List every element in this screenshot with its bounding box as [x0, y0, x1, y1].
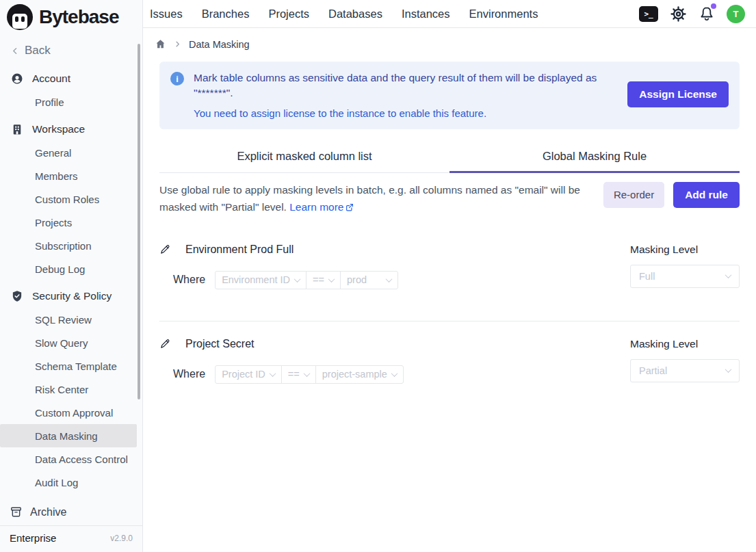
masking-level-select[interactable]: Partial — [630, 359, 740, 382]
chevron-down-icon — [269, 370, 276, 377]
masking-tabs: Explicit masked column list Global Maski… — [159, 143, 740, 173]
chevron-down-icon — [386, 276, 393, 282]
sidebar-item-general[interactable]: General — [0, 141, 142, 164]
topnav-actions: >_ T — [639, 5, 745, 23]
breadcrumb: Data Masking — [143, 28, 756, 57]
info-icon: i — [170, 72, 184, 86]
main-column: Issues Branches Projects Databases Insta… — [143, 0, 756, 552]
masking-rule-row: Environment Prod Full Where Environment … — [159, 230, 740, 321]
version-label: v2.9.0 — [110, 534, 133, 543]
sql-editor-terminal-icon[interactable]: >_ — [639, 6, 658, 22]
chevron-down-icon — [725, 272, 732, 278]
sidebar-nav: Account Profile Workspace General Member… — [0, 63, 142, 500]
masking-level-select[interactable]: Full — [630, 265, 740, 288]
sidebar-item-data-access-control[interactable]: Data Access Control — [0, 447, 142, 471]
top-navigation: Issues Branches Projects Databases Insta… — [143, 0, 756, 28]
assign-license-button[interactable]: Assign License — [627, 81, 729, 107]
banner-license-link[interactable]: You need to assign license to the instan… — [194, 107, 627, 119]
sidebar-item-audit-log[interactable]: Audit Log — [0, 471, 142, 494]
sidebar: Bytebase Back Account Profile Workspace — [0, 0, 143, 552]
nav-environments[interactable]: Environments — [469, 8, 538, 21]
sidebar-footer: Enterprise v2.9.0 — [0, 525, 142, 552]
sidebar-item-slow-query[interactable]: Slow Query — [0, 331, 142, 354]
rules-header: Use global rule to apply masking levels … — [159, 182, 740, 216]
brand-logo[interactable]: Bytebase — [0, 0, 142, 33]
nav-instances[interactable]: Instances — [402, 8, 450, 21]
section-label: Account — [32, 73, 70, 85]
rules-description: Use global rule to apply masking levels … — [159, 182, 603, 216]
condition-operator-select[interactable]: == — [306, 272, 340, 289]
user-icon — [11, 73, 23, 85]
shield-check-icon — [11, 290, 23, 302]
archive-label: Archive — [30, 506, 66, 518]
notification-dot — [711, 3, 716, 9]
tab-global-masking-rule[interactable]: Global Masking Rule — [449, 143, 740, 173]
app-window: Bytebase Back Account Profile Workspace — [0, 0, 756, 552]
rule-condition-group: Project ID == project-sample — [215, 365, 404, 384]
chevron-down-icon — [725, 366, 732, 373]
rule-condition-group: Environment ID == prod — [215, 271, 398, 289]
chevron-left-icon — [11, 47, 20, 55]
sidebar-item-subscription[interactable]: Subscription — [0, 234, 142, 257]
back-label: Back — [25, 44, 51, 57]
nav-databases[interactable]: Databases — [328, 8, 382, 21]
masking-level-label: Masking Level — [630, 338, 740, 350]
sidebar-section-account[interactable]: Account — [0, 67, 142, 90]
sidebar-item-risk-center[interactable]: Risk Center — [0, 378, 142, 401]
rule-title: Environment Prod Full — [185, 244, 294, 256]
chevron-down-icon — [391, 370, 397, 377]
edit-pencil-icon[interactable] — [159, 244, 171, 255]
sidebar-item-projects[interactable]: Projects — [0, 211, 142, 234]
condition-value-select[interactable]: project-sample — [315, 366, 403, 383]
condition-operator-select[interactable]: == — [281, 366, 315, 383]
tab-explicit-masked-column-list[interactable]: Explicit masked column list — [159, 143, 449, 173]
rule-title: Project Secret — [185, 338, 254, 350]
settings-gear-icon[interactable] — [670, 5, 687, 23]
plan-label: Enterprise — [10, 532, 56, 544]
masking-rules-list: Environment Prod Full Where Environment … — [159, 230, 740, 415]
home-icon[interactable] — [155, 38, 166, 50]
back-button[interactable]: Back — [0, 33, 142, 63]
condition-value-select[interactable]: prod — [340, 272, 397, 289]
nav-projects[interactable]: Projects — [268, 8, 309, 21]
page-content: Data Masking i Mark table columns as sen… — [143, 28, 756, 552]
sidebar-item-data-masking[interactable]: Data Masking — [0, 424, 137, 447]
breadcrumb-current: Data Masking — [189, 39, 250, 50]
chevron-down-icon — [303, 370, 310, 377]
sidebar-scrollbar[interactable] — [138, 44, 140, 399]
chevron-down-icon — [328, 276, 335, 282]
condition-field-select[interactable]: Project ID — [216, 366, 281, 383]
sidebar-section-security-policy[interactable]: Security & Policy — [0, 285, 142, 308]
sidebar-section-workspace[interactable]: Workspace — [0, 118, 142, 141]
masking-level-label: Masking Level — [630, 244, 740, 256]
license-info-banner: i Mark table columns as sensitive data a… — [159, 62, 740, 129]
nav-branches[interactable]: Branches — [202, 8, 250, 21]
sidebar-item-debug-log[interactable]: Debug Log — [0, 257, 142, 280]
sidebar-item-sql-review[interactable]: SQL Review — [0, 308, 142, 331]
brand-name: Bytebase — [39, 6, 119, 28]
building-icon — [11, 123, 23, 135]
sidebar-item-custom-approval[interactable]: Custom Approval — [0, 401, 142, 424]
where-label: Where — [173, 368, 205, 380]
condition-field-select[interactable]: Environment ID — [216, 272, 306, 289]
archive-icon — [10, 505, 23, 518]
reorder-button[interactable]: Re-order — [603, 182, 664, 208]
sidebar-item-profile[interactable]: Profile — [0, 90, 142, 114]
masking-rule-row: Project Secret Where Project ID == — [159, 321, 740, 415]
user-avatar[interactable]: T — [727, 5, 745, 23]
learn-more-link[interactable]: Learn more — [289, 201, 354, 213]
chevron-right-icon — [174, 40, 181, 48]
bytebase-logo-icon — [7, 4, 33, 30]
nav-issues[interactable]: Issues — [150, 8, 183, 21]
notifications-bell-icon[interactable] — [699, 5, 715, 22]
chevron-down-icon — [294, 276, 301, 282]
sidebar-item-members[interactable]: Members — [0, 164, 142, 187]
archive-button[interactable]: Archive — [0, 500, 142, 525]
add-rule-button[interactable]: Add rule — [673, 182, 740, 208]
section-label: Security & Policy — [32, 290, 112, 302]
edit-pencil-icon[interactable] — [159, 338, 171, 350]
section-label: Workspace — [32, 123, 85, 135]
sidebar-item-custom-roles[interactable]: Custom Roles — [0, 187, 142, 211]
where-label: Where — [173, 274, 205, 286]
sidebar-item-schema-template[interactable]: Schema Template — [0, 354, 142, 378]
